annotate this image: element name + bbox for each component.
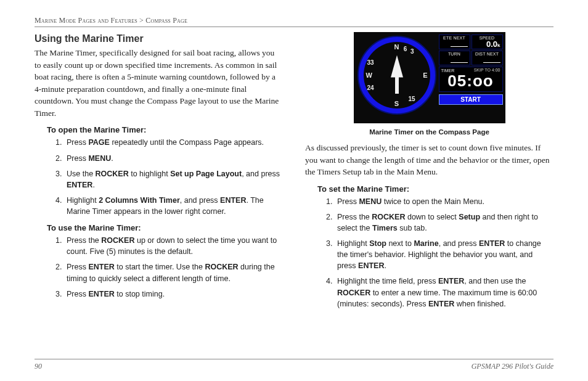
- left-column: Using the Marine Timer The Marine Timer,…: [35, 32, 283, 314]
- figure: N S E W 3 6 33 24 15 ETE NEXT: [305, 32, 553, 136]
- section-title: Using the Marine Timer: [35, 33, 283, 44]
- list-item: Press ENTER to start the timer. Use the …: [64, 261, 283, 284]
- guide-title: GPSMAP 296 Pilot's Guide: [472, 362, 553, 371]
- breadcrumb-page: Compass Page: [145, 16, 187, 25]
- list-item: Use the ROCKER to highlight Set up Page …: [64, 168, 283, 190]
- list-item: Highlight Stop next to Marine, and press…: [335, 238, 553, 271]
- page-number: 90: [35, 362, 42, 371]
- list-item: Press ENTER to stop timing.: [64, 289, 283, 300]
- compass-w: W: [366, 72, 372, 79]
- device-data-fields: ETE NEXT SPEED 0.0k TURN: [439, 35, 503, 105]
- list-item: Press MENU.: [64, 153, 283, 164]
- list-item: Highlight 2 Columns With Timer, and pres…: [64, 195, 283, 217]
- ete-next-field: ETE NEXT: [439, 35, 470, 49]
- use-timer-steps: Press the ROCKER up or down to select th…: [64, 235, 283, 300]
- timer-field: TIMER SKIP TO 4:00 05:oo: [439, 67, 503, 92]
- list-item: Highlight the time field, press ENTER, a…: [335, 276, 553, 309]
- breadcrumb: Marine Mode Pages and Features > Compass…: [35, 16, 553, 27]
- start-button[interactable]: START: [439, 94, 503, 105]
- compass-s: S: [394, 100, 399, 107]
- speed-field: SPEED 0.0k: [472, 35, 503, 49]
- figure-caption: Marine Timer on the Compass Page: [305, 128, 553, 136]
- list-item: Press PAGE repeatedly until the Compass …: [64, 137, 283, 148]
- breadcrumb-section: Marine Mode Pages and Features: [35, 16, 137, 25]
- page-footer: 90 GPSMAP 296 Pilot's Guide: [35, 359, 553, 371]
- dist-next-field: DIST NEXT: [472, 51, 503, 65]
- use-timer-heading: To use the Marine Timer:: [47, 223, 283, 232]
- timer-value: 05:oo: [441, 72, 500, 90]
- list-item: Press MENU twice to open the Main Menu.: [335, 196, 553, 207]
- compass-n: N: [394, 43, 399, 51]
- device-screenshot: N S E W 3 6 33 24 15 ETE NEXT: [354, 32, 505, 123]
- open-timer-heading: To open the Marine Timer:: [47, 125, 283, 134]
- set-timer-heading: To set the Marine Timer:: [317, 184, 553, 194]
- turn-field: TURN: [439, 51, 470, 65]
- discussion-paragraph: As discussed previously, the timer is se…: [305, 142, 553, 178]
- set-timer-steps: Press MENU twice to open the Main Menu. …: [335, 196, 553, 309]
- open-timer-steps: Press PAGE repeatedly until the Compass …: [64, 137, 283, 217]
- right-column: N S E W 3 6 33 24 15 ETE NEXT: [305, 32, 553, 314]
- intro-paragraph: The Marine Timer, specifically designed …: [35, 47, 283, 119]
- list-item: Press the ROCKER down to select Setup an…: [335, 211, 553, 234]
- content-columns: Using the Marine Timer The Marine Timer,…: [35, 32, 553, 314]
- compass-dial: N S E W 3 6 33 24 15: [357, 36, 436, 115]
- list-item: Press the ROCKER up or down to select th…: [64, 235, 283, 257]
- compass-e: E: [423, 72, 427, 79]
